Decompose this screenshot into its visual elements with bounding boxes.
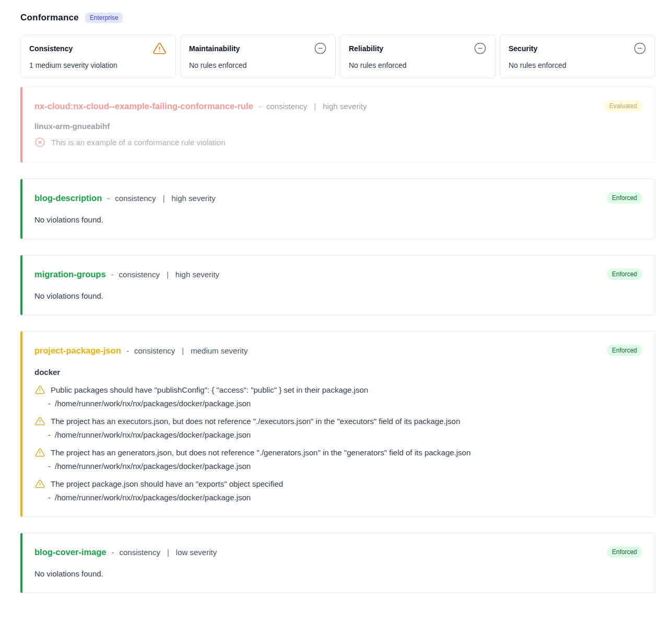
warning-triangle-icon [152, 42, 167, 55]
rule-card-blog-description: blog-description - consistency | high se… [20, 179, 655, 239]
warning-triangle-icon [34, 448, 45, 457]
rule-meta-pipe: | [165, 270, 170, 279]
path-text: /home/runner/work/nx/nx/packages/docker/… [55, 430, 251, 439]
violation-item: The project has an executors.json, but d… [34, 416, 642, 439]
minus-circle-icon [474, 42, 487, 55]
violation-path: - /home/runner/work/nx/nx/packages/docke… [34, 399, 642, 408]
rule-category: consistency [115, 194, 156, 203]
conformance-page: Conformance Enterprise Consistency 1 med… [0, 0, 672, 593]
page-header: Conformance Enterprise [20, 13, 655, 23]
violation-item: The project package.json should have an … [34, 479, 642, 502]
rule-name-link[interactable]: blog-description [34, 193, 102, 203]
path-dash: - [48, 462, 51, 471]
rule-severity: medium severity [191, 346, 247, 355]
status-badge-enforced: Enforced [607, 546, 642, 558]
summary-card-title: Maintainability [189, 42, 240, 53]
project-name: linux-arm-gnueabihf [34, 122, 642, 131]
summary-card-consistency[interactable]: Consistency 1 medium severity violation [20, 34, 176, 78]
summary-card-status: 1 medium severity violation [29, 61, 167, 69]
violation-path: - /home/runner/work/nx/nx/packages/docke… [34, 430, 642, 439]
x-circle-icon [34, 137, 45, 148]
rule-meta-dash: - [258, 102, 261, 111]
rule-severity: high severity [172, 194, 216, 203]
path-dash: - [48, 493, 51, 502]
path-text: /home/runner/work/nx/nx/packages/docker/… [55, 462, 251, 471]
rule-card-blog-cover-image: blog-cover-image - consistency | low sev… [20, 533, 655, 593]
rule-meta-dash: - [126, 346, 129, 355]
status-badge-enforced: Enforced [607, 345, 642, 356]
rule-result-text: No violations found. [34, 569, 642, 578]
rule-severity: high severity [175, 270, 219, 279]
rule-result-text: No violations found. [34, 291, 642, 300]
rule-name-link[interactable]: blog-cover-image [34, 547, 107, 557]
summary-card-status: No rules enforced [509, 61, 646, 69]
rule-meta-pipe: | [312, 102, 317, 111]
minus-circle-icon [633, 42, 646, 55]
status-badge-enforced: Enforced [607, 192, 642, 204]
status-badge-enforced: Enforced [607, 268, 642, 280]
path-text: /home/runner/work/nx/nx/packages/docker/… [55, 493, 251, 502]
rule-meta-pipe: | [180, 346, 185, 355]
violation-message: The project has an executors.json, but d… [51, 417, 460, 426]
rule-result-text: No violations found. [34, 215, 642, 224]
violation-message: Public packages should have "publishConf… [51, 385, 368, 394]
summary-card-reliability[interactable]: Reliability No rules enforced [340, 34, 496, 78]
status-badge-evaluated: Evaluated [604, 100, 642, 112]
path-dash: - [48, 399, 51, 408]
summary-card-maintainability[interactable]: Maintainability No rules enforced [180, 34, 336, 78]
rule-meta-dash: - [112, 548, 114, 557]
violation-message: The project has an generators.json, but … [51, 448, 470, 457]
rule-category: consistency [120, 548, 160, 557]
rule-severity: high severity [323, 102, 367, 111]
path-text: /home/runner/work/nx/nx/packages/docker/… [55, 399, 251, 408]
minus-circle-icon [314, 42, 327, 55]
violation-path: - /home/runner/work/nx/nx/packages/docke… [34, 493, 642, 502]
path-dash: - [48, 430, 51, 439]
rule-card-example-failing-conformance-rule: nx-cloud:nx-cloud--example-failing-confo… [20, 87, 655, 163]
rule-category: consistency [119, 270, 160, 279]
summary-card-title: Consistency [29, 42, 73, 53]
rule-meta-pipe: | [161, 194, 167, 203]
violation-path: - /home/runner/work/nx/nx/packages/docke… [34, 462, 642, 471]
rule-category: consistency [266, 102, 307, 111]
summary-row: Consistency 1 medium severity violation … [20, 34, 655, 78]
rule-name-link[interactable]: nx-cloud:nx-cloud--example-failing-confo… [34, 101, 253, 111]
violation-message: This is an example of a conformance rule… [51, 138, 226, 147]
rule-card-project-package-json: project-package-json - consistency | med… [20, 331, 655, 517]
rule-meta-dash: - [111, 270, 114, 279]
rule-meta-pipe: | [166, 548, 171, 557]
rule-name-link[interactable]: migration-groups [34, 269, 106, 279]
violation-message: The project package.json should have an … [51, 479, 283, 488]
summary-card-security[interactable]: Security No rules enforced [500, 34, 655, 78]
rule-category: consistency [134, 346, 175, 355]
rule-card-migration-groups: migration-groups - consistency | high se… [20, 255, 655, 315]
summary-card-title: Security [509, 42, 537, 53]
violation-item: The project has an generators.json, but … [34, 448, 642, 471]
rule-name-link[interactable]: project-package-json [34, 346, 121, 356]
rule-list: nx-cloud:nx-cloud--example-failing-confo… [20, 87, 655, 593]
rule-meta-dash: - [107, 194, 110, 203]
project-group-name: docker [34, 368, 642, 377]
warning-triangle-icon [34, 416, 45, 426]
violation-item: Public packages should have "publishConf… [34, 385, 642, 408]
page-title: Conformance [20, 13, 79, 23]
rule-severity: low severity [176, 548, 217, 557]
summary-card-status: No rules enforced [189, 61, 327, 69]
summary-card-title: Reliability [349, 42, 383, 53]
enterprise-badge: Enterprise [85, 13, 123, 23]
summary-card-status: No rules enforced [349, 61, 487, 69]
warning-triangle-icon [34, 385, 45, 395]
warning-triangle-icon [34, 479, 45, 489]
